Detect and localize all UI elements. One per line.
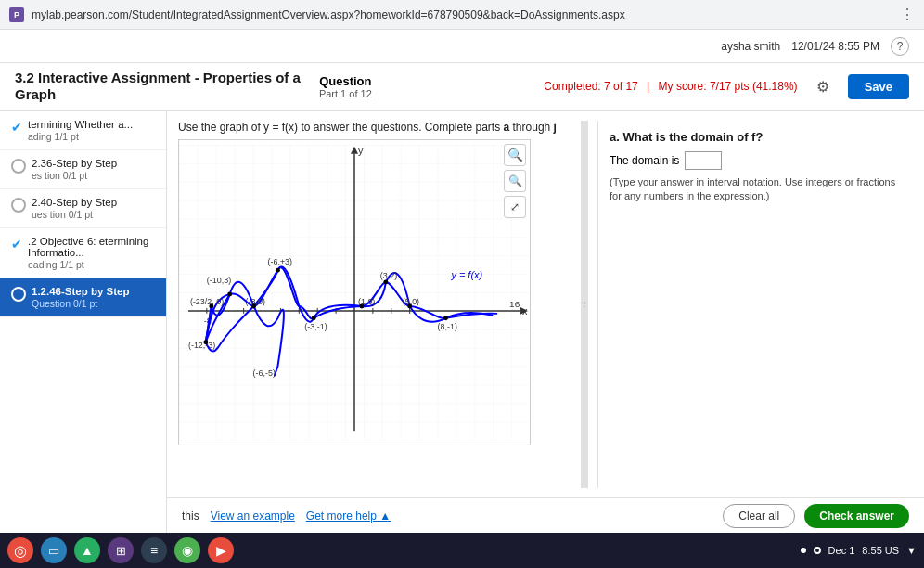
sidebar-item-2[interactable]: 2.36-Step by Step es tion 0/1 pt	[0, 150, 166, 189]
score-label: My score: 7/17 pts (41.18%)	[659, 80, 798, 93]
svg-text:(-12,-3): (-12,-3)	[188, 341, 215, 350]
check-answer-button[interactable]: Check answer	[804, 504, 909, 528]
get-more-help-link[interactable]: Get more help ▲	[306, 510, 391, 523]
top-header: aysha smith 12/01/24 8:55 PM ?	[0, 30, 924, 63]
right-panel: a. What is the domain of f? The domain i…	[597, 121, 913, 488]
zoom-in-button[interactable]: 🔍	[504, 144, 526, 166]
sidebar-item-2-title: 2.36-Step by Step	[32, 158, 155, 169]
question-label: Question	[319, 74, 372, 88]
taskbar-monitor-icon[interactable]: ▭	[41, 537, 67, 563]
resize-handle[interactable]: ⋮	[581, 121, 588, 488]
favicon: P	[9, 7, 24, 22]
sidebar-item-1-sub: ading 1/1 pt	[28, 131, 155, 142]
svg-text:(-3,-1): (-3,-1)	[304, 322, 327, 331]
user-name: aysha smith	[721, 40, 780, 53]
taskbar-dot	[801, 548, 806, 553]
circle-icon-5	[11, 287, 26, 302]
graph-svg: x y 16 -8	[179, 140, 530, 445]
settings-icon[interactable]: ⚙	[816, 78, 829, 96]
graph-instruction: Use the graph of y = f(x) to answer the …	[178, 121, 571, 134]
sidebar-item-4-title: .2 Objective 6: etermining Informatio...	[28, 236, 155, 258]
taskbar: ◎ ▭ ▲ ⊞ ≡ ◉ ▶ Dec 1 8:55 US ▼	[0, 533, 924, 568]
svg-text:(-6,-5): (-6,-5)	[253, 368, 276, 378]
resize-dots: ⋮	[581, 301, 588, 308]
sidebar-item-5-title: 1.2.46-Step by Step	[32, 286, 155, 297]
svg-point-29	[227, 292, 232, 297]
svg-point-34	[407, 303, 412, 308]
save-button[interactable]: Save	[848, 74, 909, 99]
svg-text:y: y	[358, 145, 364, 156]
svg-text:(3,2): (3,2)	[380, 271, 397, 280]
this-text: this	[182, 510, 199, 523]
svg-text:(8,-1): (8,-1)	[438, 322, 457, 331]
domain-prefix: The domain is	[610, 154, 679, 167]
taskbar-menu-icon[interactable]: ≡	[141, 537, 167, 563]
hint-text: (Type your answer in interval notation. …	[610, 175, 902, 204]
graph-panel: Use the graph of y = f(x) to answer the …	[178, 121, 571, 488]
sidebar-item-1-title: termining Whether a...	[28, 119, 155, 130]
question-sub: Part 1 of 12	[319, 88, 372, 99]
svg-text:(-23/2, 0): (-23/2, 0)	[190, 297, 224, 306]
taskbar-triangle-icon[interactable]: ▲	[74, 537, 100, 563]
domain-row: The domain is	[610, 151, 902, 170]
circle-icon-2	[11, 159, 26, 174]
completed-info: Completed: 7 of 17 | My score: 7/17 pts …	[544, 80, 797, 93]
circle-icon-3	[11, 198, 26, 213]
taskbar-wifi-icon: ▼	[906, 545, 917, 556]
bottom-bar: this View an example Get more help ▲ Cle…	[167, 497, 924, 533]
assignment-title: 3.2 Interactive Assignment - Properties …	[15, 70, 301, 103]
taskbar-circle	[814, 547, 821, 554]
taskbar-time: 8:55 US	[862, 545, 899, 556]
main-content: Use the graph of y = f(x) to answer the …	[167, 111, 924, 533]
svg-text:16: 16	[509, 299, 520, 309]
svg-point-35	[383, 280, 388, 285]
sidebar-item-3[interactable]: 2.40-Step by Step ues tion 0/1 pt	[0, 189, 166, 228]
pan-button[interactable]: ⤢	[504, 196, 526, 218]
question-info: Question Part 1 of 12	[319, 74, 372, 99]
graph-toolbar: 🔍 🔍 ⤢	[504, 144, 526, 218]
svg-point-37	[443, 316, 448, 320]
sidebar-item-3-title: 2.40-Step by Step	[32, 197, 155, 208]
bottom-right: Clear all Check answer	[723, 504, 909, 528]
graph-container: x y 16 -8	[178, 139, 531, 445]
taskbar-app-icon[interactable]: ⊞	[108, 537, 134, 563]
sidebar-item-4[interactable]: ✔ .2 Objective 6: etermining Informatio.…	[0, 228, 166, 278]
domain-input[interactable]	[685, 151, 722, 170]
help-icon[interactable]: ?	[891, 37, 909, 56]
svg-point-32	[276, 268, 280, 273]
sidebar-item-1[interactable]: ✔ termining Whether a... ading 1/1 pt	[0, 111, 166, 150]
check-icon-1: ✔	[11, 120, 22, 135]
svg-text:y = f(x): y = f(x)	[450, 269, 482, 280]
taskbar-play-icon[interactable]: ▶	[208, 537, 234, 563]
content-area: ✔ termining Whether a... ading 1/1 pt 2.…	[0, 111, 924, 533]
sidebar-item-3-sub: ues tion 0/1 pt	[32, 209, 155, 220]
taskbar-right: Dec 1 8:55 US ▼	[801, 545, 917, 556]
taskbar-date: Dec 1	[828, 545, 855, 556]
svg-point-36	[312, 316, 316, 320]
sidebar-item-5-sub: Question 0/1 pt	[32, 298, 155, 309]
svg-point-30	[209, 303, 213, 308]
view-example-link[interactable]: View an example	[211, 510, 295, 523]
browser-menu-icon[interactable]: ⋮	[900, 6, 915, 23]
svg-point-33	[359, 303, 364, 308]
graph-area: Use the graph of y = f(x) to answer the …	[167, 111, 924, 497]
datetime: 12/01/24 8:55 PM	[791, 40, 879, 53]
check-icon-4: ✔	[11, 237, 22, 252]
completed-label: Completed: 7 of 17	[544, 80, 637, 93]
browser-icons: ⋮	[900, 6, 915, 23]
question-a-label: a. What is the domain of f?	[610, 130, 902, 144]
browser-url: mylab.pearson.com/Student/IntegratedAssi…	[32, 8, 900, 21]
svg-text:(-10,3): (-10,3)	[207, 276, 231, 285]
sidebar-item-5[interactable]: 1.2.46-Step by Step Question 0/1 pt	[0, 278, 166, 317]
bottom-left: this View an example Get more help ▲	[182, 510, 391, 523]
svg-point-31	[251, 303, 256, 308]
svg-text:(-6,+3): (-6,+3)	[267, 257, 292, 266]
taskbar-chrome-icon[interactable]: ◉	[174, 537, 200, 563]
sidebar-item-2-sub: es tion 0/1 pt	[32, 170, 155, 181]
svg-point-38	[203, 340, 208, 344]
sidebar-item-4-sub: eading 1/1 pt	[28, 259, 155, 270]
taskbar-search-icon[interactable]: ◎	[7, 537, 33, 563]
clear-all-button[interactable]: Clear all	[723, 504, 795, 528]
zoom-out-button[interactable]: 🔍	[504, 170, 526, 192]
browser-bar: P mylab.pearson.com/Student/IntegratedAs…	[0, 0, 924, 30]
